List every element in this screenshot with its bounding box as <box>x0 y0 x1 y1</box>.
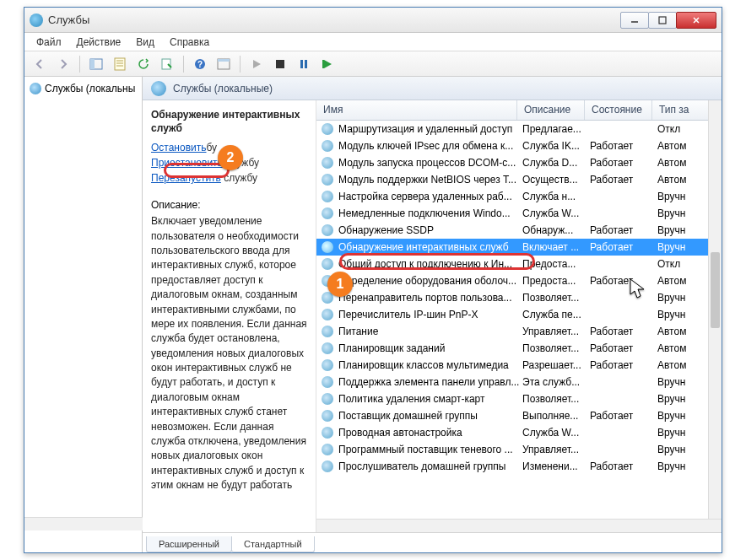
menu-file[interactable]: Файл <box>30 35 68 50</box>
stop-link[interactable]: Остановить <box>151 142 207 153</box>
service-row[interactable]: Модуль поддержки NetBIOS через T...Осуще… <box>316 171 722 188</box>
service-row[interactable]: ПитаниеУправляет...РаботаетАвтом <box>316 323 722 340</box>
service-row[interactable]: Планировщик классов мультимедиаРазрешает… <box>316 357 722 374</box>
tree-root-label: Службы (локальны <box>45 83 135 94</box>
service-state: Работает <box>590 410 657 422</box>
service-name: Прослушиватель домашней группы <box>338 460 522 472</box>
selected-service-title: Обнаружение интерактивных служб <box>151 109 307 135</box>
gear-icon <box>322 140 333 152</box>
service-name: Перечислитель IP-шин PnP-X <box>338 309 522 320</box>
col-state[interactable]: Состояние <box>585 100 652 120</box>
service-row[interactable]: Планировщик заданийПозволяет...РаботаетА… <box>316 340 722 357</box>
service-desc: Служба D... <box>522 157 590 169</box>
gear-icon <box>322 326 333 337</box>
service-desc: Позволяет... <box>522 292 590 304</box>
service-row[interactable]: Обнаружение SSDPОбнаруж...РаботаетВручн <box>316 222 722 239</box>
col-desc[interactable]: Описание <box>517 100 585 120</box>
scrollbar-thumb[interactable] <box>711 252 720 328</box>
service-row[interactable]: Политика удаления смарт-картПозволяет...… <box>316 390 722 407</box>
service-name: Политика удаления смарт-карт <box>338 393 522 405</box>
app-icon <box>30 13 43 27</box>
gear-icon <box>322 174 333 186</box>
maximize-button[interactable] <box>648 12 677 29</box>
service-row[interactable]: Обнаружение интерактивных службВключает … <box>316 239 722 256</box>
menu-view[interactable]: Вид <box>129 35 161 50</box>
view-tabs: Расширенный Стандартный <box>143 532 722 552</box>
forward-icon[interactable] <box>53 54 73 74</box>
pause-link[interactable]: Приостановить <box>151 157 223 169</box>
service-row[interactable]: Программный поставщик теневого ...Управл… <box>316 441 722 458</box>
service-row[interactable]: Перечислитель IP-шин PnP-XСлужба пе...Вр… <box>316 306 722 323</box>
svg-rect-0 <box>659 17 666 24</box>
service-row[interactable]: Прослушиватель домашней группыИзменени..… <box>316 458 722 475</box>
svg-rect-12 <box>322 60 324 68</box>
service-row[interactable]: Перенаправитель портов пользова...Позвол… <box>316 289 722 306</box>
service-state: Работает <box>590 174 657 186</box>
service-desc: Обнаруж... <box>522 224 590 236</box>
restart-service-icon[interactable] <box>317 54 338 74</box>
service-name: Поддержка элемента панели управл... <box>338 376 522 388</box>
stop-service-icon[interactable] <box>270 54 290 74</box>
service-name: Модуль запуска процессов DCOM-с... <box>338 157 522 169</box>
service-name: Общий доступ к подключению к Ин... <box>338 258 522 270</box>
minimize-button[interactable] <box>620 12 649 29</box>
start-service-icon[interactable] <box>246 54 267 74</box>
tab-extended[interactable]: Расширенный <box>146 536 232 552</box>
column-headers[interactable]: Имя Описание Состояние Тип за <box>316 100 722 121</box>
description-label: Описание: <box>151 199 307 211</box>
show-hide-tree-icon[interactable] <box>86 54 106 74</box>
gear-icon <box>322 359 333 371</box>
service-desc: Служба IK... <box>522 140 590 152</box>
refresh-icon[interactable] <box>133 54 154 74</box>
titlebar[interactable]: Службы <box>24 8 722 33</box>
service-name: Планировщик заданий <box>338 342 522 354</box>
help-icon[interactable]: ? <box>190 54 210 74</box>
action-list-icon[interactable] <box>214 54 234 74</box>
service-name: Определение оборудования оболоч... <box>338 275 522 287</box>
tree-root[interactable]: Службы (локальны <box>26 80 140 97</box>
tab-standard[interactable]: Стандартный <box>231 536 315 552</box>
menu-action[interactable]: Действие <box>70 35 128 50</box>
service-name: Проводная автонастройка <box>338 427 522 439</box>
service-row[interactable]: Модуль ключей IPsec для обмена к...Служб… <box>316 137 722 154</box>
service-state: Работает <box>590 460 657 472</box>
annotation-badge-1: 1 <box>327 272 353 297</box>
service-row[interactable]: Проводная автонастройкаСлужба W...Вручн <box>316 424 722 441</box>
horizontal-scrollbar[interactable] <box>316 519 722 532</box>
service-row[interactable]: Общий доступ к подключению к Ин...Предос… <box>316 256 722 272</box>
back-icon[interactable] <box>30 54 50 74</box>
pause-service-icon[interactable] <box>294 54 314 74</box>
service-row[interactable]: Модуль запуска процессов DCOM-с...Служба… <box>316 154 722 171</box>
restart-link[interactable]: Перезапустить <box>151 172 221 184</box>
service-row[interactable]: Поставщик домашней группыВыполняе...Рабо… <box>316 407 722 424</box>
service-name: Питание <box>338 326 522 337</box>
service-desc: Предлагае... <box>522 123 590 135</box>
service-desc: Служба W... <box>522 207 590 219</box>
service-row[interactable]: Маршрутизация и удаленный доступПредлага… <box>316 121 722 137</box>
pane-header: Службы (локальные) <box>143 77 722 100</box>
service-row[interactable]: Настройка сервера удаленных раб...Служба… <box>316 188 722 205</box>
service-desc: Разрешает... <box>522 359 590 371</box>
tree-pane[interactable]: Службы (локальны <box>24 77 143 552</box>
gear-icon <box>322 410 333 422</box>
menu-help[interactable]: Справка <box>163 35 216 50</box>
service-row[interactable]: Определение оборудования оболоч...Предос… <box>316 272 722 289</box>
services-list[interactable]: Имя Описание Состояние Тип за Маршрутиза… <box>316 100 722 532</box>
gear-icon <box>151 81 166 96</box>
col-name[interactable]: Имя <box>316 100 517 120</box>
properties-icon[interactable] <box>110 54 130 74</box>
vertical-scrollbar[interactable] <box>708 100 722 532</box>
export-list-icon[interactable] <box>157 54 177 74</box>
service-state: Работает <box>590 326 657 337</box>
service-row[interactable]: Немедленные подключения Windo...Служба W… <box>316 205 722 222</box>
gear-icon <box>322 427 333 439</box>
toolbar: ? <box>24 51 722 77</box>
service-desc: Позволяет... <box>522 342 590 354</box>
close-button[interactable] <box>676 12 716 29</box>
service-row[interactable]: Поддержка элемента панели управл...Эта с… <box>316 374 722 390</box>
annotation-badge-2: 2 <box>218 145 243 170</box>
svg-rect-9 <box>276 60 284 68</box>
service-desc: Выполняе... <box>522 410 590 422</box>
service-state: Работает <box>590 140 657 152</box>
left-scrollbar[interactable] <box>24 517 143 530</box>
